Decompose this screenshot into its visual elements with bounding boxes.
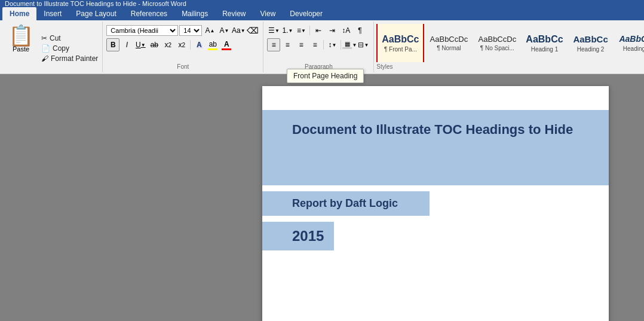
document-page: Document to Illustrate TOC Headings to H… [262, 86, 609, 321]
year-text: 2015 [292, 228, 304, 244]
style-heading3[interactable]: AaBbCcI Heading 3 [614, 24, 644, 62]
copy-label: Copy [53, 44, 69, 53]
decrease-indent-button[interactable]: ⇤ [312, 24, 325, 37]
style-front-page-heading[interactable]: AaBbCc ¶ Front Pa... [376, 24, 424, 62]
style-label-front-page-heading: ¶ Front Pa... [384, 46, 417, 53]
copy-icon: 📄 [41, 44, 50, 53]
justify-button[interactable]: ≡ [308, 38, 321, 51]
line-spacing-button[interactable]: ↕▼ [326, 38, 339, 51]
copy-button[interactable]: 📄 Copy [39, 44, 100, 53]
align-row: ≡ ≡ ≡ ≡ ↕▼ ▦ ▼ ⊟▼ [267, 38, 370, 51]
style-preview-normal: AaBbCcDc [430, 35, 468, 44]
format-painter-button[interactable]: 🖌 Format Painter [39, 54, 100, 63]
bullets-button[interactable]: ☰▼ [267, 24, 280, 37]
content-area: Document to Illustrate TOC Headings to H… [0, 74, 644, 321]
title-text: Document to Illustrate TOC Headings to H… [5, 0, 186, 7]
tab-references[interactable]: References [124, 7, 174, 20]
gap2 [292, 216, 579, 222]
cut-icon: ✂ [41, 34, 47, 42]
selected-year-area: 2015 [262, 222, 334, 250]
style-preview-heading2: AaBbCc [573, 34, 608, 45]
ribbon: 📋 Paste ✂ Cut 📄 Copy 🖌 Format Painter [0, 20, 644, 74]
sep4 [341, 40, 341, 50]
styles-gallery: AaBbCc ¶ Front Pa... AaBbCcDc ¶ Normal A… [376, 24, 644, 62]
gap1 [292, 185, 579, 191]
font-name-row: Cambria (Headii 14 A▲ A▼ Aa▼ ⌫ [106, 24, 259, 37]
paste-icon: 📋 [8, 25, 33, 45]
style-no-spacing[interactable]: AaBbCcDc ¶ No Spaci... [473, 24, 521, 62]
selected-report-area: Report by Daft Logic [262, 191, 430, 216]
doc-area: Document to Illustrate TOC Headings to H… [227, 74, 644, 321]
strikethrough-button[interactable]: ab [148, 38, 161, 51]
font-size-select[interactable]: 14 [179, 25, 202, 36]
tab-insert[interactable]: Insert [36, 7, 69, 20]
font-format-row: B I U▼ ab x2 x2 A ab A [106, 38, 233, 51]
bold-button[interactable]: B [106, 38, 119, 51]
underline-button[interactable]: U▼ [134, 38, 147, 51]
numbering-button[interactable]: 1.▼ [281, 24, 294, 37]
style-normal[interactable]: AaBbCcDc ¶ Normal [425, 24, 473, 62]
report-text: Report by Daft Logic [292, 197, 400, 210]
text-effects-button[interactable]: A [192, 38, 206, 51]
change-case-button[interactable]: Aa▼ [232, 24, 245, 37]
style-tooltip: Front Page Heading [287, 69, 364, 83]
tab-home[interactable]: Home [2, 7, 36, 20]
font-name-select[interactable]: Cambria (Headii [106, 25, 178, 36]
subscript-button[interactable]: x2 [161, 38, 174, 51]
align-center-button[interactable]: ≡ [281, 38, 294, 51]
style-heading1[interactable]: AaBbCc Heading 1 [522, 24, 567, 62]
title-spacer [292, 143, 579, 173]
list-row: ☰▼ 1.▼ ≡▼ ⇤ ⇥ ↕A ¶ [267, 24, 366, 37]
style-label-no-spacing: ¶ No Spaci... [480, 45, 514, 51]
style-label-heading1: Heading 1 [531, 46, 559, 53]
clipboard-small-buttons: ✂ Cut 📄 Copy 🖌 Format Painter [39, 24, 100, 72]
font-section: Cambria (Headii 14 A▲ A▼ Aa▼ ⌫ B I U▼ ab… [103, 22, 263, 72]
sort-button[interactable]: ↕A [339, 24, 352, 37]
clear-format-button[interactable]: ⌫ [246, 24, 259, 37]
app-layout: Document to Illustrate TOC Headings to H… [0, 0, 644, 321]
font-section-label: Font [177, 62, 189, 70]
format-painter-label: Format Painter [51, 54, 98, 63]
style-label-normal: ¶ Normal [437, 45, 461, 51]
decrease-font-button[interactable]: A▼ [217, 24, 231, 37]
tooltip-text: Front Page Heading [293, 72, 357, 80]
align-right-button[interactable]: ≡ [295, 38, 308, 51]
paragraph-section: ☰▼ 1.▼ ≡▼ ⇤ ⇥ ↕A ¶ ≡ ≡ ≡ ≡ ↕▼ ▦ [263, 22, 374, 72]
shading-button[interactable]: ▦ ▼ [343, 38, 356, 51]
tab-mailings[interactable]: Mailings [174, 7, 215, 20]
sep2 [309, 26, 310, 35]
multilevel-button[interactable]: ≡▼ [295, 24, 308, 37]
tab-developer[interactable]: Developer [283, 7, 330, 20]
highlight-button[interactable]: ab [206, 38, 219, 51]
cut-button[interactable]: ✂ Cut [39, 33, 100, 43]
style-preview-heading3: AaBbCcI [619, 34, 644, 44]
title-bar: Document to Illustrate TOC Headings to H… [0, 0, 644, 7]
align-left-button[interactable]: ≡ [267, 38, 280, 51]
tab-view[interactable]: View [253, 7, 283, 20]
increase-font-button[interactable]: A▲ [203, 24, 216, 37]
styles-section: AaBbCc ¶ Front Pa... AaBbCcDc ¶ Normal A… [374, 22, 644, 72]
left-panel [0, 74, 227, 321]
sep3 [323, 40, 324, 50]
superscript-button[interactable]: x2 [175, 38, 188, 51]
style-preview-no-spacing: AaBbCcDc [479, 35, 517, 44]
style-preview-front-page-heading: AaBbCc [382, 33, 419, 45]
style-preview-heading1: AaBbCc [526, 33, 563, 45]
font-color-button[interactable]: A [220, 38, 233, 51]
selected-title-area: Document to Illustrate TOC Headings to H… [262, 110, 609, 185]
paste-button[interactable]: 📋 Paste [5, 24, 37, 72]
format-painter-icon: 🖌 [41, 54, 48, 63]
increase-indent-button[interactable]: ⇥ [326, 24, 339, 37]
tab-review[interactable]: Review [215, 7, 253, 20]
paste-label: Paste [13, 45, 29, 53]
sep1 [190, 40, 191, 50]
italic-button[interactable]: I [120, 38, 133, 51]
style-heading2[interactable]: AaBbCc Heading 2 [568, 24, 614, 62]
borders-button[interactable]: ⊟▼ [357, 38, 370, 51]
show-formatting-button[interactable]: ¶ [353, 24, 366, 37]
style-label-heading3: Heading 3 [623, 45, 644, 52]
document-title: Document to Illustrate TOC Headings to H… [292, 122, 579, 137]
tab-page-layout[interactable]: Page Layout [69, 7, 123, 20]
clipboard-section: 📋 Paste ✂ Cut 📄 Copy 🖌 Format Painter [2, 22, 103, 72]
ribbon-tabs: Home Insert Page Layout References Maili… [0, 7, 644, 20]
